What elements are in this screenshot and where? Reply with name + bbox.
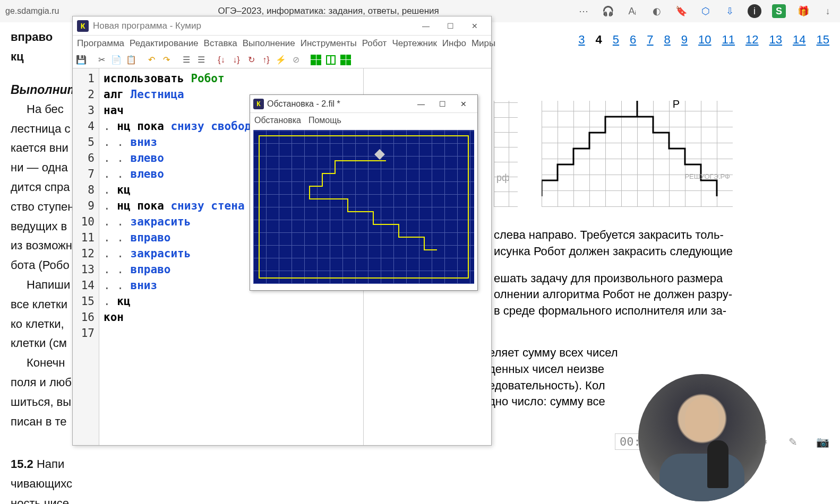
camera-icon[interactable]: 📷 bbox=[816, 435, 829, 449]
pen-annotate-icon[interactable]: ✎ bbox=[786, 435, 800, 449]
grid-view-3-icon[interactable] bbox=[339, 54, 352, 66]
menu-robot[interactable]: Робот bbox=[362, 38, 387, 49]
kumir-toolbar: 💾 ✂ 📄 📋 ↶ ↷ ☰ ☰ {↓ ↓} ↻ ↑} ⚡ ⊘ bbox=[73, 51, 491, 68]
downloads-icon[interactable]: ↓ bbox=[821, 4, 835, 18]
kumir-app-icon: К bbox=[77, 20, 89, 32]
cut-icon[interactable]: ✂ bbox=[95, 54, 108, 66]
s-extension-icon[interactable]: S bbox=[772, 4, 786, 18]
step-in-icon[interactable]: {↓ bbox=[215, 54, 228, 66]
line-number-gutter: 1234567891011121314151617 bbox=[73, 68, 99, 445]
gift-icon[interactable]: 🎁 bbox=[796, 4, 810, 18]
menu-dots-icon[interactable]: ⋯ bbox=[577, 4, 590, 18]
watermark: РЕШУОГЭ.РФ bbox=[684, 172, 730, 180]
walls-overlay bbox=[253, 130, 476, 284]
menu-obstanovka[interactable]: Обстановка bbox=[254, 116, 301, 125]
body-text: ность чисе bbox=[11, 496, 85, 504]
webcam-overlay[interactable] bbox=[638, 374, 766, 501]
body-text-right: слева направо. Требуется закрасить толь-… bbox=[494, 227, 733, 319]
maximize-button[interactable]: ☐ bbox=[438, 18, 462, 34]
robot-grid-field[interactable] bbox=[253, 130, 474, 284]
redo-icon[interactable]: ↷ bbox=[160, 54, 173, 66]
save-icon[interactable]: 💾 bbox=[75, 54, 88, 66]
stop-icon[interactable]: ⊘ bbox=[289, 54, 302, 66]
page-title: ОГЭ–2023, информатика: задания, ответы, … bbox=[218, 6, 439, 16]
minimize-button[interactable]: — bbox=[410, 97, 432, 111]
obst-menubar: Обстановка Помощь bbox=[250, 113, 477, 128]
obst-titlebar[interactable]: К Обстановка - 2.fil * — ☐ ✕ bbox=[250, 95, 477, 113]
grid-view-2-icon[interactable] bbox=[324, 54, 337, 66]
robot-field-window: К Обстановка - 2.fil * — ☐ ✕ Обстановка … bbox=[250, 94, 478, 291]
step-loop-icon[interactable]: ↻ bbox=[245, 54, 258, 66]
kumir-titlebar[interactable]: К Новая программа - Кумир — ☐ ✕ bbox=[73, 16, 491, 36]
menu-worlds[interactable]: Миры bbox=[472, 38, 495, 49]
address-url[interactable]: ge.sdamgia.ru bbox=[5, 6, 59, 16]
list-icon[interactable]: ☰ bbox=[180, 54, 193, 66]
menu-tools[interactable]: Инструменты bbox=[301, 38, 357, 49]
info-icon[interactable]: i bbox=[748, 4, 761, 18]
obst-window-title: Обстановка - 2.fil * bbox=[267, 99, 340, 109]
maximize-button[interactable]: ☐ bbox=[432, 97, 453, 111]
kumir-menubar: Программа Редактирование Вставка Выполне… bbox=[73, 36, 491, 51]
run-fast-icon[interactable]: ⚡ bbox=[275, 54, 287, 66]
kumir-app-icon: К bbox=[253, 99, 264, 109]
menu-program[interactable]: Программа bbox=[77, 38, 124, 49]
step-over-icon[interactable]: ↓} bbox=[230, 54, 243, 66]
menu-run[interactable]: Выполнение bbox=[243, 38, 295, 49]
menu-drawer[interactable]: Чертежник bbox=[392, 38, 436, 49]
step-out-icon[interactable]: ↑} bbox=[260, 54, 272, 66]
body-text: чивающихс bbox=[11, 476, 85, 492]
body-text-right-2: еляет сумму всех чисел денных чисел неиз… bbox=[488, 345, 618, 410]
undo-icon[interactable]: ↶ bbox=[145, 54, 158, 66]
menu-info[interactable]: Инфо bbox=[442, 38, 466, 49]
robot-marker-label: Р bbox=[673, 98, 680, 110]
close-button[interactable]: ✕ bbox=[453, 97, 474, 111]
menu-help[interactable]: Помощь bbox=[308, 116, 341, 125]
headphones-icon[interactable]: 🎧 bbox=[601, 4, 615, 18]
bookmark-icon[interactable]: 🔖 bbox=[674, 4, 688, 18]
download-badge-icon[interactable]: ⇩ bbox=[723, 4, 737, 18]
microphone-icon bbox=[707, 440, 728, 488]
staircase-diagram: Р РЕШУОГЭ.РФ bbox=[542, 101, 733, 207]
menu-insert[interactable]: Вставка bbox=[204, 38, 237, 49]
menu-edit[interactable]: Редактирование bbox=[130, 38, 199, 49]
close-button[interactable]: ✕ bbox=[462, 18, 487, 34]
kumir-window-title: Новая программа - Кумир bbox=[93, 21, 201, 31]
copy-icon[interactable]: 📄 bbox=[110, 54, 123, 66]
minimize-button[interactable]: — bbox=[414, 18, 438, 34]
browser-extension-icons: ⋯ 🎧 Aᵢ ◐ 🔖 ⬡ ⇩ i S 🎁 ↓ bbox=[577, 4, 835, 18]
list2-icon[interactable]: ☰ bbox=[195, 54, 208, 66]
badge-blue-icon[interactable]: ⬡ bbox=[699, 4, 713, 18]
contrast-icon[interactable]: ◐ bbox=[650, 4, 664, 18]
task-label: 15.2 Напи bbox=[11, 456, 85, 473]
grid-fragment bbox=[494, 101, 518, 207]
grid-view-1-icon[interactable] bbox=[310, 54, 322, 66]
text-size-icon[interactable]: Aᵢ bbox=[625, 4, 639, 18]
paste-icon[interactable]: 📋 bbox=[125, 54, 138, 66]
